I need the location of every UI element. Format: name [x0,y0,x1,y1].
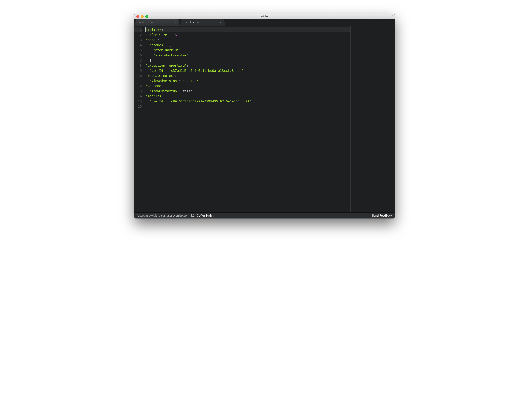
tab-label: config.cson [183,21,219,24]
line-number[interactable]: 12 [134,83,142,89]
token-str: 'c37ed1d5-d5af-6c11-bd0a-e13ccfd8aaba' [169,69,243,73]
status-left: /Users/mikkelklitnielsen/.atom/config.cs… [137,214,213,217]
token-p [145,69,149,73]
window-title: untitled [134,15,395,18]
status-language[interactable]: CoffeeScript [197,214,213,217]
code-line[interactable]: 'metrics': [145,94,350,99]
line-number[interactable]: 6 [134,53,142,58]
line-number[interactable]: 1 [134,27,142,32]
line-number[interactable]: 9 [134,68,142,73]
code-line[interactable]: 'userId': 'c37ed1d5-d5af-6c11-bd0a-e13cc… [145,68,350,73]
status-file-path[interactable]: /Users/mikkelklitnielsen/.atom/config.cs… [137,214,188,217]
token-p [145,48,153,52]
close-window-button[interactable] [136,15,139,18]
tab-config-cson[interactable]: config.cson× [180,19,225,26]
traffic-lights [136,15,148,18]
code-line[interactable] [145,104,350,109]
token-p [145,53,153,57]
token-p: : [165,69,169,73]
tab-bar: welcome.md×config.cson× [134,19,395,26]
token-p: : [161,28,163,32]
token-str: 'release-notes' [145,74,175,77]
token-p: : [ [165,43,171,47]
status-cursor-pos[interactable]: 1,1 [191,214,195,217]
tab-label: welcome.md [137,21,173,24]
line-number-gutter[interactable]: 12345678910111213141516 [134,26,143,212]
code-line[interactable]: 'atom-dark-syntax' [145,53,350,58]
token-str: '0.81.0' [183,79,198,83]
minimap-rail[interactable] [350,26,395,212]
token-p: : [179,89,183,93]
minimize-window-button[interactable] [141,15,144,18]
token-str: 'editor' [146,28,161,32]
token-bool: false [183,89,192,93]
line-number[interactable]: 16 [134,104,142,109]
send-feedback-button[interactable]: Send Feedback [372,214,392,217]
token-str: 'themes' [149,43,165,47]
token-str: 'c99f62725756fe7fe7798495f67f6e1e525ccb7… [169,100,251,103]
token-p [145,43,149,47]
code-editor[interactable]: 'editor': 'fontSize': 16'core': 'themes'… [143,26,350,212]
code-line[interactable]: 'editor': [145,27,350,32]
token-p: ] [145,59,151,62]
token-p: : [187,64,188,67]
token-p [145,100,149,103]
line-number[interactable]: 15 [134,99,142,104]
line-number[interactable]: 14 [134,94,142,99]
token-str: 'welcome' [145,84,163,88]
token-str: 'metrics' [145,94,163,98]
token-str: 'fontSize' [149,33,169,37]
line-number[interactable]: 5 [134,48,142,53]
token-p: : [175,74,177,77]
code-line[interactable]: 'showOnStartup': false [145,89,350,94]
code-line[interactable]: 'atom-dark-ui' [145,48,350,53]
code-line[interactable]: 'userId': 'c99f62725756fe7fe7798495f67f6… [145,99,350,104]
token-str: 'core' [145,38,157,42]
code-line[interactable]: 'release-notes': [145,73,350,78]
token-p: : [169,33,173,37]
line-number[interactable]: 3 [134,38,142,42]
status-bar: /Users/mikkelklitnielsen/.atom/config.cs… [134,212,395,218]
code-line[interactable]: 'viewedVersion': '0.81.0' [145,78,350,83]
line-number[interactable]: 2 [134,32,142,38]
token-p [145,33,149,37]
code-line[interactable]: 'welcome': [145,83,350,89]
tab-welcome-md[interactable]: welcome.md× [134,19,180,26]
token-num: 16 [173,33,177,37]
token-p [145,89,149,93]
code-line[interactable]: 'fontSize': 16 [145,32,350,38]
token-p: : [165,100,169,103]
token-p: : [179,79,183,83]
line-number[interactable]: 4 [134,42,142,48]
token-str: 'userId' [149,100,165,103]
zoom-window-button[interactable] [145,15,148,18]
code-line[interactable]: 'core': [145,38,350,42]
token-p: : [163,94,165,98]
line-number[interactable]: 11 [134,78,142,83]
token-str: 'userId' [149,69,165,73]
token-str: 'showOnStartup' [149,89,179,93]
token-p: : [163,84,165,88]
code-line[interactable]: 'themes': [ [145,42,350,48]
line-number[interactable]: 13 [134,89,142,94]
editor-area: 12345678910111213141516 'editor': 'fontS… [134,26,395,212]
line-number[interactable]: 7 [134,58,142,63]
token-p [145,79,149,83]
fullscreen-icon[interactable] [390,15,393,18]
code-line[interactable]: ] [145,58,350,63]
line-number[interactable]: 8 [134,63,142,68]
line-number[interactable]: 10 [134,73,142,78]
token-str: 'exception-reporting' [145,64,187,67]
editor-window: untitled welcome.md×config.cson× 1234567… [134,14,395,218]
tab-close-icon[interactable]: × [219,21,223,24]
token-str: 'viewedVersion' [149,79,179,83]
code-line[interactable]: 'exception-reporting': [145,63,350,68]
token-p: : [157,38,159,42]
token-str: 'atom-dark-syntax' [153,53,189,57]
tab-close-icon[interactable]: × [173,21,177,24]
title-bar[interactable]: untitled [134,14,395,19]
token-str: 'atom-dark-ui' [153,48,181,52]
